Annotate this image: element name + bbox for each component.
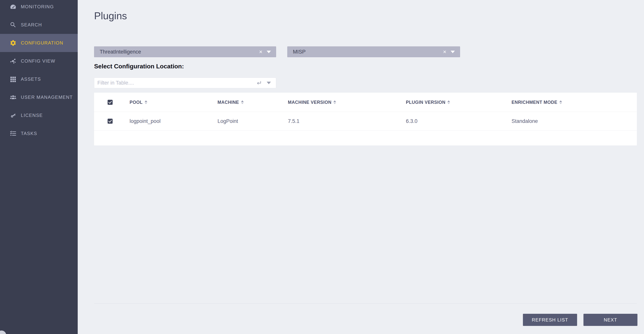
cell-machine: LogPoint: [218, 118, 238, 124]
plugin-type-select[interactable]: ThreatIntelligence ×: [94, 46, 276, 57]
users-icon: [10, 94, 16, 101]
tasks-icon: [10, 130, 16, 137]
cell-enrichment-mode: Standalone: [512, 118, 538, 124]
row-checkbox[interactable]: [108, 119, 112, 124]
sort-icon: [559, 100, 562, 104]
sidebar-item-monitoring[interactable]: MONITORING: [0, 0, 78, 16]
column-header-machine[interactable]: MACHINE: [218, 100, 244, 105]
chevron-down-icon: [267, 51, 271, 53]
sidebar: MONITORING SEARCH CONFIGURATION CONFIG V…: [0, 0, 78, 334]
chevron-down-icon: [450, 51, 455, 53]
grid-icon: [10, 76, 16, 83]
clear-icon[interactable]: ×: [257, 49, 264, 55]
sidebar-nav: MONITORING SEARCH CONFIGURATION CONFIG V…: [0, 0, 78, 143]
cell-machine-version: 7.5.1: [288, 118, 300, 124]
plugin-selected-value: MISP: [288, 49, 441, 55]
clear-icon[interactable]: ×: [441, 49, 448, 55]
key-icon: [10, 112, 16, 119]
table-filter: [94, 78, 276, 88]
table-header-row: POOL MACHINE MACHINE VERSION PLUGIN VERS…: [94, 93, 637, 112]
refresh-list-button[interactable]: REFRESH LIST: [523, 314, 577, 326]
sidebar-item-tasks[interactable]: TASKS: [0, 124, 78, 143]
network-icon: [10, 58, 16, 64]
sidebar-item-license[interactable]: LICENSE: [0, 106, 78, 124]
sidebar-item-label: USER MANAGEMENT: [21, 95, 73, 100]
sidebar-item-label: LICENSE: [21, 113, 43, 118]
gear-icon: [10, 39, 16, 46]
sidebar-item-search[interactable]: SEARCH: [0, 16, 78, 34]
column-header-plugin-version[interactable]: PLUGIN VERSION: [406, 100, 450, 105]
sidebar-decoration-orb: [0, 331, 6, 334]
select-all-checkbox[interactable]: [108, 100, 112, 105]
sidebar-item-user-management[interactable]: USER MANAGEMENT: [0, 88, 78, 106]
footer-divider: [94, 303, 637, 304]
sidebar-item-label: TASKS: [21, 131, 37, 136]
main-content: Plugins ThreatIntelligence × MISP × Sele…: [78, 0, 644, 334]
sidebar-item-assets[interactable]: ASSETS: [0, 70, 78, 88]
sidebar-item-label: CONFIGURATION: [21, 40, 63, 46]
column-header-pool[interactable]: POOL: [130, 100, 147, 105]
sort-icon: [144, 100, 147, 104]
plugin-select[interactable]: MISP ×: [287, 46, 460, 57]
enter-key-icon: [256, 80, 262, 86]
sidebar-item-label: MONITORING: [21, 4, 54, 9]
table-row: logpoint_pool LogPoint 7.5.1 6.3.0 Stand…: [94, 112, 637, 131]
sidebar-item-label: SEARCH: [21, 22, 42, 27]
plugin-type-selected-value: ThreatIntelligence: [94, 49, 257, 55]
column-header-enrichment-mode[interactable]: ENRICHMENT MODE: [512, 100, 562, 105]
sort-icon: [334, 100, 336, 104]
sidebar-item-label: CONFIG VIEW: [21, 58, 55, 64]
sidebar-item-configuration[interactable]: CONFIGURATION: [0, 34, 78, 52]
configuration-location-table: POOL MACHINE MACHINE VERSION PLUGIN VERS…: [94, 93, 637, 145]
cell-pool: logpoint_pool: [130, 118, 160, 124]
page-title: Plugins: [94, 10, 127, 21]
cell-plugin-version: 6.3.0: [406, 118, 418, 124]
table-filter-input[interactable]: [94, 80, 256, 86]
next-button[interactable]: NEXT: [584, 314, 638, 326]
sort-icon: [241, 100, 244, 104]
chevron-down-icon[interactable]: [267, 82, 271, 84]
sidebar-item-label: ASSETS: [21, 76, 41, 82]
column-header-machine-version[interactable]: MACHINE VERSION: [288, 100, 336, 105]
sort-icon: [447, 100, 450, 104]
gauge-icon: [10, 3, 16, 10]
search-icon: [10, 21, 16, 28]
sidebar-item-config-view[interactable]: CONFIG VIEW: [0, 52, 78, 70]
section-label: Select Configuration Location:: [94, 63, 184, 70]
